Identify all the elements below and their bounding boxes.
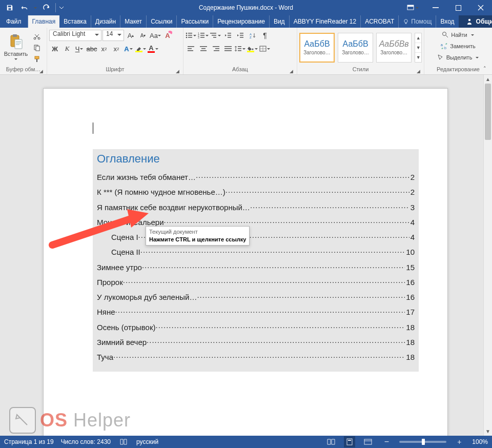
change-case-button[interactable]: Aa: [150, 30, 161, 41]
share-button[interactable]: Общий доступ: [459, 15, 492, 28]
document-page[interactable]: Оглавление Если жизнь тебя обманет… 2К *…: [43, 88, 448, 436]
read-mode-button[interactable]: [325, 436, 337, 447]
status-words[interactable]: Число слов: 2430: [61, 438, 111, 445]
style-card-0[interactable]: АаБбВЗаголово…: [299, 33, 335, 63]
styles-expand[interactable]: ▼: [415, 53, 421, 62]
minimize-button[interactable]: [424, 0, 447, 15]
tab-mailings[interactable]: Рассылки: [177, 15, 213, 28]
tab-file[interactable]: Файл: [0, 15, 28, 28]
tab-acrobat[interactable]: ACROBAT: [361, 15, 399, 28]
status-language[interactable]: русский: [136, 438, 158, 445]
underline-button[interactable]: Ч: [74, 43, 85, 54]
svg-rect-22: [188, 37, 192, 38]
print-layout-button[interactable]: [344, 436, 355, 447]
toc-entry[interactable]: Няне 17: [97, 304, 415, 319]
redo-button[interactable]: [40, 2, 53, 14]
cut-button[interactable]: [32, 32, 42, 41]
paste-button[interactable]: Вставить: [2, 33, 30, 62]
toc-entry[interactable]: Пророк16: [97, 275, 415, 290]
toc-entry[interactable]: К *** (Я помню чудное мгновенье…)2: [97, 185, 415, 199]
show-marks-button[interactable]: ¶: [259, 30, 271, 41]
italic-button[interactable]: К: [61, 43, 73, 54]
bullets-button[interactable]: [186, 30, 197, 41]
scroll-thumb[interactable]: [485, 84, 491, 140]
tab-layout[interactable]: Макет: [120, 15, 147, 28]
spellcheck-button[interactable]: [118, 436, 129, 447]
font-launcher[interactable]: ◢: [175, 69, 180, 74]
line-spacing-button[interactable]: [235, 43, 246, 54]
zoom-in-button[interactable]: +: [454, 436, 465, 447]
zoom-slider[interactable]: [399, 441, 446, 443]
scroll-track[interactable]: [484, 84, 492, 427]
tab-finereader[interactable]: ABBYY FineReader 12: [290, 15, 361, 28]
grow-font-button[interactable]: A▴: [125, 30, 136, 41]
text-effects-button[interactable]: A: [123, 43, 134, 54]
font-size-select[interactable]: 14: [102, 30, 124, 41]
zoom-thumb[interactable]: [422, 439, 425, 445]
undo-more-button[interactable]: [32, 2, 39, 14]
strike-button[interactable]: abc: [86, 43, 97, 54]
find-button[interactable]: Найти: [440, 30, 476, 40]
font-name-select[interactable]: Calibri Light: [49, 30, 101, 41]
tab-design[interactable]: Дизайн: [91, 15, 120, 28]
tab-review[interactable]: Рецензирование: [213, 15, 270, 28]
style-card-1[interactable]: АаБбВЗаголово…: [338, 33, 373, 63]
toc-entry[interactable]: Туча 18: [97, 350, 415, 364]
copy-button[interactable]: [32, 43, 42, 52]
zoom-out-button[interactable]: −: [381, 436, 392, 447]
borders-button[interactable]: [259, 43, 271, 54]
highlight-button[interactable]: [135, 43, 147, 54]
align-left-button[interactable]: [186, 43, 197, 54]
tab-references[interactable]: Ссылки: [147, 15, 177, 28]
multilevel-button[interactable]: [210, 30, 221, 41]
clipboard-launcher[interactable]: ◢: [38, 69, 44, 74]
ribbon-display-options-button[interactable]: [402, 0, 424, 15]
toc-entry[interactable]: Осень (отрывок) 18: [97, 320, 415, 335]
shading-button[interactable]: [247, 43, 258, 54]
font-color-button[interactable]: A: [148, 43, 159, 54]
toc-entry[interactable]: Если жизнь тебя обманет… 2: [97, 170, 415, 185]
undo-button[interactable]: [17, 2, 31, 14]
styles-scroll-down[interactable]: ▼: [415, 43, 421, 53]
toc-entry[interactable]: У лукоморья дуб зеленый… 16: [97, 290, 415, 304]
outdent-button[interactable]: [222, 30, 234, 41]
shrink-font-button[interactable]: A▾: [137, 30, 149, 41]
close-button[interactable]: [469, 0, 492, 15]
tab-view[interactable]: Вид: [270, 15, 290, 28]
align-right-button[interactable]: [210, 43, 221, 54]
sort-button[interactable]: AZ: [247, 30, 258, 41]
web-layout-button[interactable]: [362, 436, 374, 447]
vertical-scrollbar[interactable]: ▲ ▼: [483, 75, 492, 436]
maximize-button[interactable]: [447, 0, 469, 15]
format-painter-button[interactable]: [32, 54, 42, 64]
align-center-button[interactable]: [198, 43, 209, 54]
toc-entry[interactable]: Зимнее утро 15: [97, 260, 415, 275]
clear-format-button[interactable]: A: [162, 30, 173, 41]
sign-in-button[interactable]: Вход: [436, 15, 458, 28]
status-page[interactable]: Страница 1 из 19: [4, 438, 54, 445]
scroll-up-button[interactable]: ▲: [484, 75, 492, 84]
tab-home[interactable]: Главная: [28, 15, 60, 28]
toc-entry[interactable]: Зимний вечер 18: [97, 335, 415, 350]
superscript-button[interactable]: x2: [111, 43, 122, 54]
collapse-ribbon-button[interactable]: ˄: [481, 65, 489, 73]
styles-scroll-up[interactable]: ▲: [415, 33, 421, 43]
tab-insert[interactable]: Вставка: [59, 15, 91, 28]
style-card-2[interactable]: АаБбВвЗаголово…: [376, 33, 412, 63]
select-button[interactable]: Выделить: [435, 52, 482, 63]
subscript-button[interactable]: x2: [98, 43, 110, 54]
scroll-down-button[interactable]: ▼: [484, 427, 492, 436]
replace-button[interactable]: abЗаменить: [439, 41, 477, 51]
zoom-value[interactable]: 100%: [472, 438, 488, 445]
tell-me-button[interactable]: Помощ: [399, 15, 436, 28]
styles-launcher[interactable]: ◢: [416, 69, 421, 74]
save-icon: [6, 4, 13, 11]
qat-customize-button[interactable]: [58, 2, 65, 14]
para-launcher[interactable]: ◢: [289, 69, 294, 74]
toc-field[interactable]: Оглавление Если жизнь тебя обманет… 2К *…: [93, 149, 419, 372]
bold-button[interactable]: Ж: [49, 43, 60, 54]
save-button[interactable]: [3, 2, 16, 14]
indent-button[interactable]: [235, 30, 246, 41]
numbering-button[interactable]: 123: [198, 30, 209, 41]
align-justify-button[interactable]: [222, 43, 234, 54]
